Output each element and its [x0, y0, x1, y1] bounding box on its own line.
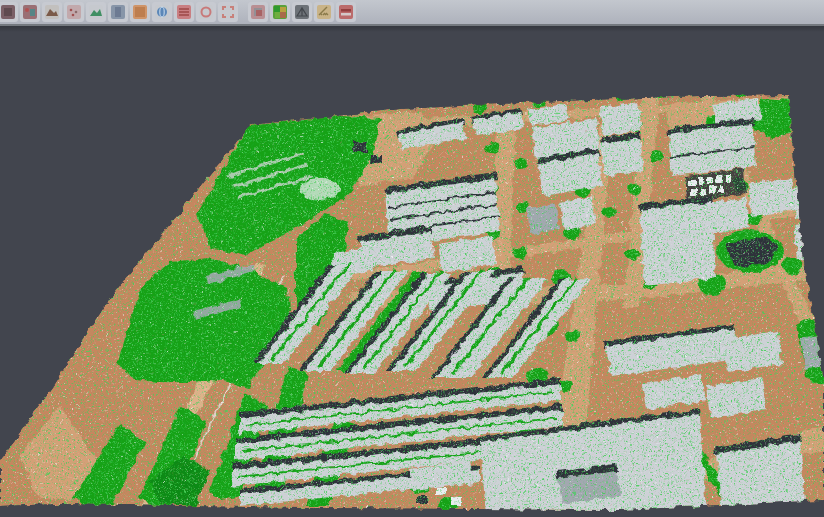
toolbar-button-surface[interactable]	[86, 2, 106, 22]
surface-model-icon	[88, 4, 104, 20]
toolbar-button-selection-bounds[interactable]	[218, 2, 238, 22]
selection-bounds-icon	[220, 4, 236, 20]
classification-icon	[272, 4, 288, 20]
toolbar-button-volume[interactable]	[108, 2, 128, 22]
point-cloud-scene	[0, 26, 824, 517]
toolbar-button-terrain[interactable]	[42, 2, 62, 22]
application-window	[0, 0, 824, 517]
globe-icon	[154, 4, 170, 20]
terrain-icon	[44, 4, 60, 20]
target-icon	[198, 4, 214, 20]
measure-icon	[316, 4, 332, 20]
3d-viewport[interactable]	[0, 26, 824, 517]
layers-icon	[176, 4, 192, 20]
import-points-icon	[22, 4, 38, 20]
toolbar-button-classification[interactable]	[270, 2, 290, 22]
toolbar-button-import[interactable]	[20, 2, 40, 22]
toolbar-button-target[interactable]	[196, 2, 216, 22]
toolbar-button-profile[interactable]	[336, 2, 356, 22]
project-icon	[0, 4, 16, 20]
toolbar-button-measure[interactable]	[314, 2, 334, 22]
point-cloud-icon	[66, 4, 82, 20]
terrain-model	[0, 86, 824, 517]
speckle-noise	[0, 86, 824, 517]
clip-region-icon	[250, 4, 266, 20]
mesh-icon	[294, 4, 310, 20]
main-toolbar	[0, 0, 824, 26]
toolbar-button-layers[interactable]	[174, 2, 194, 22]
toolbar-button-mesh[interactable]	[292, 2, 312, 22]
toolbar-button-orthophoto[interactable]	[130, 2, 150, 22]
toolbar-button-clip-region[interactable]	[248, 2, 268, 22]
toolbar-button-points[interactable]	[64, 2, 84, 22]
volume-icon	[110, 4, 126, 20]
toolbar-button-project[interactable]	[0, 2, 18, 22]
orthophoto-icon	[132, 4, 148, 20]
toolbar-button-globe[interactable]	[152, 2, 172, 22]
profile-icon	[338, 4, 354, 20]
